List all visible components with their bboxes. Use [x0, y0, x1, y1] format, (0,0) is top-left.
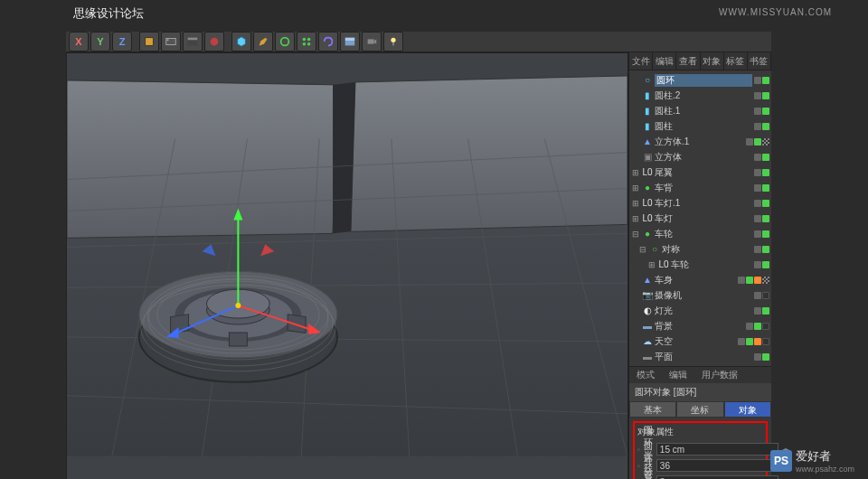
camera-tool-icon[interactable]	[362, 32, 382, 52]
svg-point-8	[307, 38, 311, 42]
object-tags[interactable]	[754, 169, 769, 176]
tab-bookmarks[interactable]: 书签	[748, 52, 771, 70]
object-tags[interactable]	[754, 353, 769, 361]
object-name-label[interactable]: 立方体.1	[655, 136, 744, 148]
light-tool-icon[interactable]	[383, 32, 403, 52]
expand-icon[interactable]: ⊞	[631, 199, 640, 208]
expand-icon[interactable]: ⊟	[631, 230, 640, 239]
object-tags[interactable]	[746, 323, 769, 330]
watermark-forum-url: WWW.MISSYUAN.COM	[719, 7, 832, 17]
axis-y-button[interactable]: Y	[90, 32, 110, 52]
object-tags[interactable]	[754, 215, 769, 222]
object-tags[interactable]	[754, 230, 769, 238]
axis-z-button[interactable]: Z	[112, 32, 132, 52]
array-tool-icon[interactable]	[297, 32, 316, 52]
object-name-label[interactable]: 摄像机	[655, 289, 752, 302]
object-tags[interactable]	[738, 277, 769, 284]
object-name-label[interactable]: 背景	[655, 320, 744, 333]
object-name-label[interactable]: 对称	[662, 243, 752, 256]
expand-icon[interactable]: ⊞	[631, 168, 640, 177]
object-tags[interactable]	[754, 246, 769, 253]
object-tags[interactable]	[754, 184, 769, 192]
attr-tab-userdata[interactable]: 用户数据	[694, 367, 745, 383]
object-name-label[interactable]: 圆环	[655, 74, 752, 87]
film-tool-icon[interactable]	[161, 32, 181, 52]
object-name-label[interactable]: 车背	[655, 182, 752, 194]
attr-field-input[interactable]	[656, 459, 778, 472]
tree-row-立方体[interactable]: ▣立方体	[629, 149, 771, 164]
object-tags[interactable]	[754, 292, 769, 299]
object-name-label[interactable]: 立方体	[655, 151, 752, 164]
tree-row-平面[interactable]: ▬平面	[629, 349, 771, 364]
pen-tool-icon[interactable]	[253, 32, 273, 52]
clapper-tool-icon[interactable]	[183, 32, 203, 52]
attr-subtab-basic[interactable]: 基本	[629, 401, 676, 418]
expand-icon[interactable]: ⊞	[631, 214, 640, 223]
object-tags[interactable]	[754, 154, 769, 161]
tab-tags[interactable]: 标签	[724, 52, 748, 70]
tree-row-圆环[interactable]: ○圆环	[629, 72, 771, 88]
nurbs-tool-icon[interactable]	[275, 32, 295, 52]
object-type-icon: 📷	[642, 290, 653, 301]
tree-row-背景[interactable]: ▬背景	[629, 318, 771, 333]
tree-row-对称[interactable]: ⊟○对称	[629, 241, 771, 257]
tree-row-车身[interactable]: ▲车身	[629, 272, 771, 287]
object-name-label[interactable]: 车轮	[671, 258, 752, 271]
object-tags[interactable]	[754, 200, 769, 207]
tree-row-车轮[interactable]: ⊟●车轮	[629, 226, 771, 241]
object-name-label[interactable]: 车灯	[655, 212, 752, 225]
tree-row-圆柱.1[interactable]: ▮圆柱.1	[629, 103, 771, 118]
object-tags[interactable]	[754, 77, 769, 84]
deformer-tool-icon[interactable]	[318, 32, 338, 52]
tree-row-灯光[interactable]: ◐灯光	[629, 303, 771, 318]
object-name-label[interactable]: 车身	[655, 274, 736, 286]
environment-tool-icon[interactable]	[340, 32, 360, 52]
3d-viewport[interactable]: ✦ ⊞ ⊡	[66, 52, 628, 479]
tree-row-立方体.1[interactable]: ▲立方体.1	[629, 134, 771, 149]
object-name-label[interactable]: 车灯.1	[655, 197, 752, 210]
attr-field-input[interactable]	[656, 443, 778, 456]
object-tags[interactable]	[754, 123, 769, 130]
tab-file[interactable]: 文件	[629, 52, 653, 70]
tree-row-车轮[interactable]: ⊞L0车轮	[629, 257, 771, 272]
object-name-label[interactable]: 圆柱.1	[655, 105, 752, 117]
object-tags[interactable]	[738, 338, 769, 345]
object-name-label[interactable]: 灯光	[655, 305, 752, 317]
axis-x-button[interactable]: X	[69, 32, 89, 52]
attr-subtab-object[interactable]: 对象	[724, 401, 771, 418]
tree-row-圆柱[interactable]: ▮圆柱	[629, 118, 771, 134]
tab-object[interactable]: 对象	[701, 52, 724, 70]
object-name-label[interactable]: 平面	[655, 351, 752, 363]
tab-view[interactable]: 查看	[676, 52, 700, 70]
tree-row-车背[interactable]: ⊞●车背	[629, 180, 771, 195]
object-name-label[interactable]: 圆柱.2	[655, 89, 752, 102]
tree-row-车灯[interactable]: ⊞L0车灯	[629, 211, 771, 226]
object-tags[interactable]	[754, 261, 769, 268]
attr-tab-edit[interactable]: 编辑	[662, 367, 694, 383]
tree-row-尾翼[interactable]: ⊞L0尾翼	[629, 164, 771, 180]
attr-tab-mode[interactable]: 模式	[629, 367, 662, 383]
object-tags[interactable]	[754, 92, 769, 99]
object-name-label[interactable]: 车轮	[655, 228, 752, 240]
object-name-label[interactable]: 尾翼	[655, 166, 752, 179]
object-name-label[interactable]: 天空	[655, 335, 736, 348]
primitive-cube-icon[interactable]	[231, 32, 251, 52]
object-manager-tree[interactable]: ○圆环▮圆柱.2▮圆柱.1▮圆柱▲立方体.1▣立方体⊞L0尾翼⊞●车背⊞L0车灯…	[629, 70, 771, 366]
object-tags[interactable]	[754, 108, 769, 115]
object-tags[interactable]	[746, 138, 769, 146]
expand-icon[interactable]: ⊞	[647, 260, 656, 269]
object-name-label[interactable]: 圆柱	[655, 120, 752, 133]
object-tags[interactable]	[754, 307, 769, 315]
expand-icon[interactable]: ⊟	[638, 245, 647, 254]
tree-row-天空[interactable]: ☁天空	[629, 333, 771, 349]
expand-icon[interactable]: ⊞	[631, 183, 640, 193]
record-tool-icon[interactable]	[204, 32, 224, 52]
tree-row-摄像机[interactable]: 📷摄像机	[629, 287, 771, 303]
attr-subtab-coord[interactable]: 坐标	[676, 401, 723, 418]
attr-field-input[interactable]	[656, 475, 778, 479]
svg-rect-12	[345, 38, 355, 42]
tree-row-车灯.1[interactable]: ⊞L0车灯.1	[629, 195, 771, 211]
tree-row-圆柱.2[interactable]: ▮圆柱.2	[629, 88, 771, 103]
cube-tool-icon[interactable]	[139, 32, 159, 52]
tab-edit[interactable]: 编辑	[653, 52, 676, 70]
